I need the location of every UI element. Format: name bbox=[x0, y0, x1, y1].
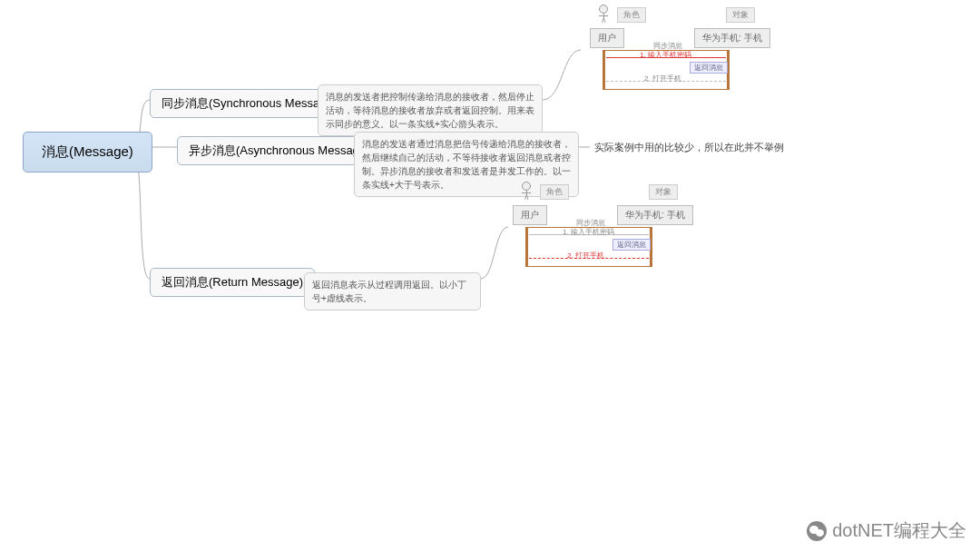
wechat-icon bbox=[807, 521, 827, 541]
branch-async-label: 异步消息(Asynchronous Message) bbox=[189, 143, 369, 157]
actor-user-1: 用户 bbox=[590, 28, 624, 48]
watermark-text: dotNET编程大全 bbox=[832, 518, 966, 543]
watermark: dotNET编程大全 bbox=[807, 518, 966, 543]
root-node[interactable]: 消息(Message) bbox=[23, 132, 152, 172]
actor-user-2: 用户 bbox=[513, 205, 547, 225]
object-tag-1: 对象 bbox=[726, 7, 755, 23]
desc-return-text: 返回消息表示从过程调用返回。以小丁号+虚线表示。 bbox=[312, 280, 466, 303]
msg-open-label-2: 2. 打开手机 bbox=[567, 251, 604, 261]
msg-input-label-2: 1. 输入手机密码 bbox=[563, 227, 614, 237]
ret-tag-1: 返回消息 bbox=[690, 62, 728, 74]
mindmap-canvas: 消息(Message) 同步消息(Synchronous Message) 消息… bbox=[0, 0, 980, 552]
connector-lines bbox=[0, 0, 980, 552]
role-tag-1: 角色 bbox=[617, 7, 646, 23]
desc-sync-text: 消息的发送者把控制传递给消息的接收者，然后停止活动，等待消息的接收者放弃或者返回… bbox=[326, 92, 534, 129]
seq-diagram-sync: ∧ 角色 用户 对象 华为手机: 手机 同步消息 1. 输入手机密码 返回消息 … bbox=[590, 5, 789, 95]
object-tag-2: 对象 bbox=[649, 184, 678, 200]
desc-sync: 消息的发送者把控制传递给消息的接收者，然后停止活动，等待消息的接收者放弃或者返回… bbox=[318, 84, 543, 136]
branch-return[interactable]: 返回消息(Return Message) bbox=[150, 268, 315, 297]
branch-sync-label: 同步消息(Synchronous Message) bbox=[162, 96, 337, 110]
root-label: 消息(Message) bbox=[42, 143, 133, 159]
branch-return-label: 返回消息(Return Message) bbox=[162, 275, 303, 289]
branch-async[interactable]: 异步消息(Asynchronous Message) bbox=[177, 136, 381, 165]
seq-diagram-return: ∧ 角色 用户 对象 华为手机: 手机 同步消息 1. 输入手机密码 返回消息 … bbox=[513, 182, 712, 272]
msg-open-label-1: 2. 打开手机 bbox=[644, 74, 681, 84]
actor-phone-1: 华为手机: 手机 bbox=[694, 28, 770, 48]
note-async: 实际案例中用的比较少，所以在此并不举例 bbox=[594, 141, 784, 154]
ret-tag-2: 返回消息 bbox=[612, 239, 651, 251]
msg-input-label-1: 1. 输入手机密码 bbox=[640, 50, 691, 60]
role-tag-2: 角色 bbox=[540, 184, 569, 200]
desc-return: 返回消息表示从过程调用返回。以小丁号+虚线表示。 bbox=[304, 272, 481, 310]
actor-phone-2: 华为手机: 手机 bbox=[617, 205, 693, 225]
